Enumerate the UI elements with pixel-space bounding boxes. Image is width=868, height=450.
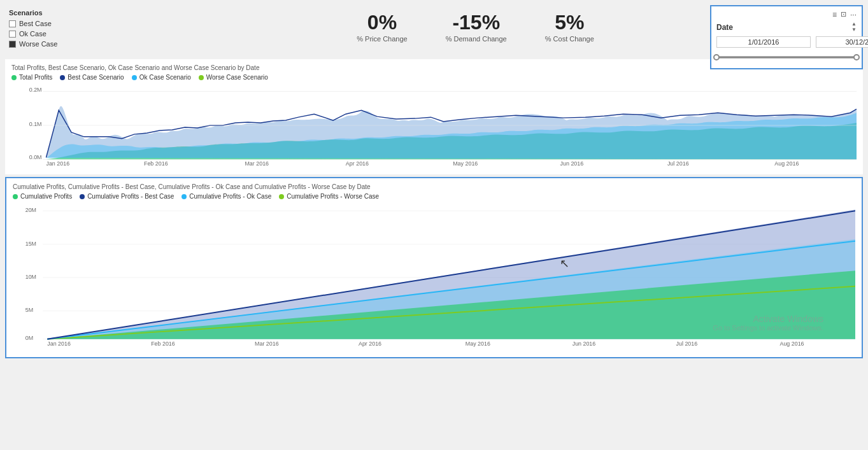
date-inputs-row [716, 36, 857, 48]
legend-cum-profits: Cumulative Profits [13, 193, 72, 200]
cursor-pointer: ↖ [560, 257, 569, 270]
bottom-chart-svg-container: 20M 15M 10M 5M 0M [13, 204, 855, 352]
legend-best-case: Best Case Scenario [60, 74, 124, 81]
x-label-jan: Jan 2016 [46, 160, 69, 167]
y-cum-10m: 10M [25, 274, 36, 280]
kpi-cost-value: 5% [545, 11, 594, 34]
legend-dot-cum-profits [13, 194, 18, 199]
x-label-mar: Mar 2016 [245, 160, 269, 167]
date-arrow-down[interactable]: ▼ [851, 27, 857, 32]
cum-x-aug: Aug 2016 [780, 341, 804, 347]
legend-label-cum-ok: Cumulative Profits - Ok Case [189, 193, 271, 200]
kpi-demand-value: -15% [446, 11, 507, 34]
legend-dot-cum-best [80, 194, 85, 199]
scenario-worse-case[interactable]: Worse Case [9, 40, 84, 48]
legend-label-cum-best: Cumulative Profits - Best Case [87, 193, 174, 200]
scenario-best-case-checkbox[interactable] [9, 20, 16, 27]
x-label-feb: Feb 2016 [144, 160, 168, 167]
cum-x-mar: Mar 2016 [255, 341, 279, 347]
legend-label-total-profits: Total Profits [19, 74, 52, 81]
legend-worse-case: Worse Case Scenario [199, 74, 268, 81]
scenario-best-case[interactable]: Best Case [9, 20, 84, 27]
cum-x-feb: Feb 2016 [151, 341, 175, 347]
legend-dot-best-case [60, 75, 65, 80]
date-filter-header: ≡ ⊡ ··· [716, 10, 857, 19]
scenario-worse-case-label: Worse Case [19, 40, 57, 48]
date-filter-title: Date [716, 23, 733, 32]
legend-cum-best: Cumulative Profits - Best Case [80, 193, 174, 200]
legend-label-cum-worse: Cumulative Profits - Worse Case [287, 193, 379, 200]
y-cum-0m: 0M [25, 335, 33, 341]
x-label-jun: Jun 2016 [560, 160, 584, 167]
date-slider-handle-right[interactable] [853, 54, 860, 60]
legend-label-worse-case: Worse Case Scenario [206, 74, 268, 81]
x-label-aug: Aug 2016 [774, 160, 799, 167]
legend-dot-total-profits [11, 75, 17, 80]
legend-label-cum-profits: Cumulative Profits [20, 193, 72, 200]
hamburger-icon[interactable]: ≡ [832, 10, 837, 19]
scenario-best-case-label: Best Case [19, 20, 52, 27]
legend-dot-ok-case [132, 75, 137, 80]
date-end-input[interactable] [816, 36, 868, 48]
scenario-ok-case-label: Ok Case [19, 30, 46, 38]
legend-cum-ok: Cumulative Profits - Ok Case [181, 193, 271, 200]
y-label-02m: 0.2M [29, 87, 42, 93]
kpi-cost-change: 5% % Cost Change [545, 11, 594, 43]
top-section: Scenarios Best Case Ok Case Worse Case 0… [5, 5, 863, 54]
scenarios-title: Scenarios [9, 9, 84, 17]
bottom-chart-title: Cumulative Profits, Cumulative Profits -… [13, 183, 855, 190]
cum-x-jun: Jun 2016 [573, 341, 596, 347]
kpi-demand-label: % Demand Change [446, 35, 507, 43]
kpi-cost-label: % Cost Change [545, 35, 594, 43]
legend-cum-worse: Cumulative Profits - Worse Case [279, 193, 379, 200]
legend-total-profits: Total Profits [11, 74, 52, 81]
scenarios-panel: Scenarios Best Case Ok Case Worse Case [5, 5, 88, 54]
bottom-chart-section: Cumulative Profits, Cumulative Profits -… [5, 177, 863, 358]
kpi-price-label: % Price Change [357, 35, 408, 43]
date-slider-track [716, 57, 857, 59]
date-slider-fill [716, 57, 857, 59]
top-chart-legend: Total Profits Best Case Scenario Ok Case… [11, 74, 857, 81]
y-cum-15m: 15M [25, 241, 36, 247]
legend-label-best-case: Best Case Scenario [68, 74, 124, 81]
x-label-may: May 2016 [453, 160, 478, 167]
scenario-worse-case-checkbox[interactable] [9, 41, 16, 48]
bottom-chart-legend: Cumulative Profits Cumulative Profits - … [13, 193, 855, 200]
top-chart-section: Total Profits, Best Case Scenario, Ok Ca… [5, 59, 863, 174]
date-filter-title-row: Date ▲ ▼ [716, 22, 857, 32]
scenario-ok-case[interactable]: Ok Case [9, 30, 84, 38]
date-start-input[interactable] [716, 36, 811, 48]
cum-x-may: May 2016 [466, 341, 490, 347]
y-label-00m: 0.0M [29, 154, 42, 160]
date-slider-handle-left[interactable] [713, 54, 720, 60]
y-label-01m: 0.1M [29, 121, 42, 127]
legend-label-ok-case: Ok Case Scenario [139, 74, 191, 81]
y-cum-20m: 20M [25, 207, 36, 213]
legend-dot-cum-worse [279, 194, 284, 199]
kpi-price-change: 0% % Price Change [357, 11, 408, 43]
legend-dot-worse-case [199, 75, 204, 80]
kpi-demand-change: -15% % Demand Change [446, 11, 507, 43]
more-icon[interactable]: ··· [850, 10, 857, 19]
legend-dot-cum-ok [181, 194, 187, 199]
date-arrow-up[interactable]: ▲ [851, 22, 857, 27]
cum-x-apr: Apr 2016 [359, 341, 381, 347]
top-chart-svg-container: 0.2M 0.1M 0.0M Jan 2016 Feb 2016 Mar 201… [11, 85, 857, 169]
x-label-apr: Apr 2016 [346, 160, 369, 167]
kpi-price-value: 0% [357, 11, 408, 34]
resize-icon[interactable]: ⊡ [841, 10, 846, 19]
cum-x-jan: Jan 2016 [47, 341, 71, 347]
cum-x-jul: Jul 2016 [676, 341, 698, 347]
top-chart-svg: 0.2M 0.1M 0.0M Jan 2016 Feb 2016 Mar 201… [11, 85, 857, 167]
x-label-jul: Jul 2016 [667, 160, 689, 167]
y-cum-5m: 5M [25, 307, 33, 313]
date-slider-container[interactable] [716, 53, 857, 62]
date-filter-arrows: ▲ ▼ [851, 22, 857, 32]
legend-ok-case: Ok Case Scenario [132, 74, 191, 81]
bottom-chart-svg: 20M 15M 10M 5M 0M [13, 204, 855, 350]
main-container: Scenarios Best Case Ok Case Worse Case 0… [0, 0, 868, 450]
date-filter-panel: ≡ ⊡ ··· Date ▲ ▼ [710, 5, 863, 69]
scenario-ok-case-checkbox[interactable] [9, 31, 16, 38]
